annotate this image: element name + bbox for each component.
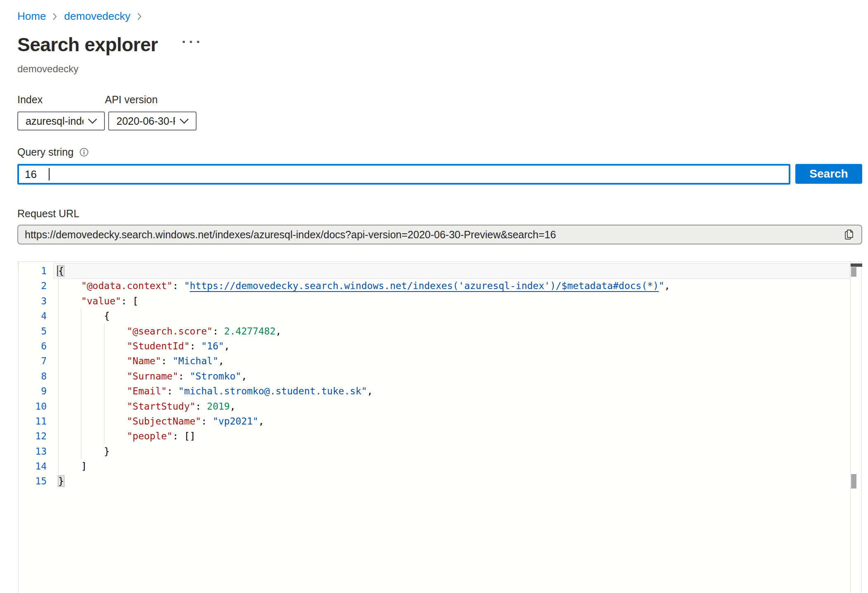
line-number: 12	[19, 429, 58, 444]
json-token: ,	[224, 341, 230, 351]
json-token: "	[659, 280, 664, 291]
api-version-dropdown-value: 2020-06-30-Pre...	[116, 115, 175, 127]
json-token: {	[58, 266, 64, 276]
json-token: "Name"	[127, 356, 161, 366]
indent-guide	[81, 369, 81, 384]
code-line: "SubjectName": "vp2021",	[58, 414, 850, 429]
line-number: 8	[19, 369, 58, 384]
indent-guide	[81, 399, 81, 414]
api-version-dropdown[interactable]: 2020-06-30-Pre...	[108, 111, 197, 130]
indent-guide	[81, 324, 81, 339]
json-token: ,	[367, 386, 373, 396]
code-line: "Name": "Michal",	[58, 353, 850, 368]
request-url-value: https://demovedecky.search.windows.net/i…	[25, 229, 843, 241]
code-line: "@search.score": 2.4277482,	[58, 324, 850, 339]
json-token: {	[104, 311, 110, 321]
json-token: "16"	[201, 341, 224, 351]
json-token: :	[213, 326, 224, 337]
overflow-menu-button[interactable]: ···	[182, 38, 203, 46]
index-label: Index	[17, 94, 105, 106]
json-token: "SubjectName"	[127, 416, 201, 427]
page-title: Search explorer	[17, 33, 158, 56]
line-number: 3	[19, 294, 58, 308]
editor-gutter: 123456789101112131415	[19, 263, 58, 489]
json-token: : []	[173, 431, 195, 441]
json-token: :	[190, 341, 202, 351]
indent-guide	[81, 353, 81, 368]
scrollbar-thumb[interactable]	[851, 267, 856, 277]
line-number: 7	[19, 353, 58, 368]
indent-guide	[81, 444, 81, 459]
json-token: "@search.score"	[127, 326, 213, 337]
breadcrumb-chevron-icon	[137, 12, 142, 21]
json-token: :	[173, 280, 184, 291]
indent-guide	[58, 414, 59, 429]
breadcrumb-home-link[interactable]: Home	[17, 10, 46, 23]
indent-guide	[104, 369, 104, 384]
code-line: ]	[58, 459, 850, 474]
json-link[interactable]: https://demovedecky.search.windows.net/i…	[190, 280, 659, 291]
indent-guide	[104, 324, 104, 339]
line-number: 15	[19, 474, 58, 489]
line-number: 2	[19, 278, 58, 293]
json-token: :	[161, 356, 173, 366]
indent-guide	[58, 278, 59, 293]
query-string-input[interactable]	[17, 164, 790, 185]
line-number: 13	[19, 444, 58, 459]
json-token: "Surname"	[127, 371, 178, 382]
scrollbar-track-separator	[850, 262, 851, 593]
code-line: {	[58, 308, 850, 323]
api-version-label: API version	[105, 94, 158, 106]
indent-guide	[58, 353, 59, 368]
line-number: 1	[19, 263, 58, 278]
json-token: "@odata.context"	[81, 280, 173, 291]
json-token: "people"	[127, 431, 173, 441]
request-url-field[interactable]: https://demovedecky.search.windows.net/i…	[17, 225, 862, 244]
json-token: "michal.stromko@.student.tuke.sk"	[178, 386, 367, 396]
json-token: "Email"	[127, 386, 167, 396]
json-token: ]	[81, 461, 87, 472]
index-dropdown[interactable]: azuresql-index	[17, 111, 105, 130]
json-token: :	[201, 416, 213, 427]
request-url-label: Request URL	[17, 208, 862, 220]
indent-guide	[58, 308, 59, 323]
results-editor[interactable]: 123456789101112131415 {"@odata.context":…	[18, 261, 862, 593]
chevron-down-icon	[179, 118, 189, 124]
chevron-down-icon	[88, 118, 97, 124]
editor-code: {"@odata.context": "https://demovedecky.…	[58, 263, 850, 489]
indent-guide	[104, 429, 104, 444]
json-token: "value"	[81, 296, 121, 306]
code-line: "people": []	[58, 429, 850, 444]
indent-guide	[81, 414, 81, 429]
indent-guide	[104, 339, 104, 353]
json-token: "	[184, 280, 190, 291]
overview-ruler-cursor-mark	[851, 263, 862, 267]
indent-guide	[58, 444, 59, 459]
indent-guide	[81, 384, 81, 398]
json-token: ,	[664, 280, 670, 291]
code-line: "StudentId": "16",	[58, 339, 850, 353]
json-token: ,	[230, 401, 235, 412]
indent-guide	[58, 369, 59, 384]
code-line: "@odata.context": "https://demovedecky.s…	[58, 278, 850, 293]
json-token: :	[195, 401, 207, 412]
indent-guide	[104, 353, 104, 368]
json-token: "StudentId"	[127, 341, 190, 351]
search-button[interactable]: Search	[795, 164, 862, 184]
copy-icon[interactable]	[843, 228, 856, 242]
line-number: 6	[19, 339, 58, 353]
line-number: 4	[19, 308, 58, 323]
indent-guide	[81, 308, 81, 323]
search-explorer-blade: Home demovedecky Search explorer ··· dem…	[17, 0, 862, 272]
code-line: {	[58, 263, 850, 278]
scrollbar-thumb[interactable]	[851, 474, 856, 489]
indent-guide	[58, 294, 59, 308]
json-token: "Michal"	[173, 356, 218, 366]
info-icon[interactable]	[79, 147, 89, 157]
breadcrumb-demovedecky-link[interactable]: demovedecky	[64, 10, 130, 23]
json-token: ,	[275, 326, 281, 337]
indent-guide	[58, 339, 59, 353]
query-string-label: Query string	[17, 146, 74, 158]
indent-guide	[58, 459, 59, 474]
indent-guide	[58, 324, 59, 339]
